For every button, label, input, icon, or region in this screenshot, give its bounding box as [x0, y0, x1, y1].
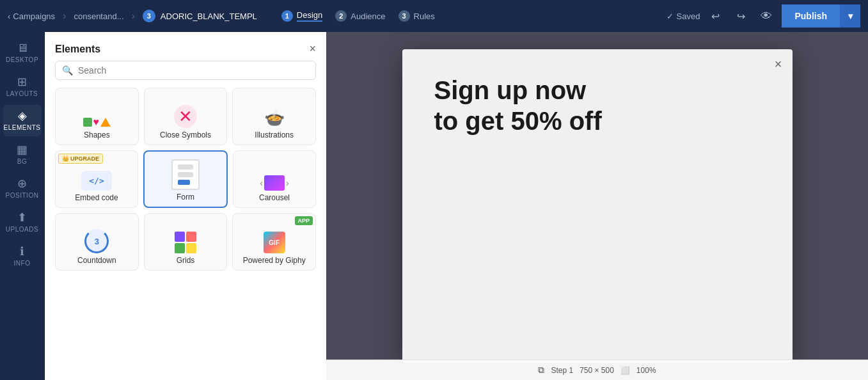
uploads-icon: ⬆ [17, 212, 27, 223]
form-line1 [178, 164, 193, 170]
grids-label: Grids [177, 256, 195, 265]
nav-separator: › [63, 10, 66, 22]
undo-button[interactable]: ↩ [705, 6, 725, 26]
popup-text: Sign up now to get 50% off [434, 75, 602, 136]
left-sidebar: 🖥 Desktop ⊞ Layouts ◈ Elements ▦ BG ⊕ Po… [0, 32, 45, 380]
carousel-icon: ‹ › [260, 175, 288, 191]
form-line2 [178, 172, 193, 177]
preview-button[interactable]: 👁 [756, 6, 777, 26]
panel-title: Elements [55, 44, 100, 55]
countdown-icon: 3 [84, 229, 109, 253]
shape-heart: ♥ [93, 116, 100, 128]
giphy-logo: GIF [264, 232, 285, 253]
grid-cell3 [175, 243, 185, 253]
countdown-circle: 3 [84, 229, 109, 253]
category-card-carousel[interactable]: ‹ › Carousel [233, 150, 316, 208]
search-icon: 🔍 [62, 65, 73, 75]
check-icon: ✓ [667, 12, 674, 21]
publish-label[interactable]: Publish [782, 4, 840, 28]
sidebar-label-position: Position [6, 192, 39, 199]
sidebar-item-uploads[interactable]: ⬆ Uploads [3, 207, 42, 238]
category-card-embed-code[interactable]: 👑 UPGRADE </> Embed code [55, 150, 138, 208]
popup-text-line2: to get 50% off [434, 106, 602, 136]
layouts-icon: ⊞ [17, 76, 27, 88]
sidebar-label-info: Info [14, 260, 31, 267]
category-row-2: 👑 UPGRADE </> Embed code [55, 150, 316, 208]
close-symbol-icon: ✕ [174, 105, 197, 128]
panel-header: Elements × [45, 32, 326, 61]
sidebar-label-layouts: Layouts [6, 90, 38, 97]
saved-label: Saved [677, 12, 700, 21]
step-rules[interactable]: 3 Rules [398, 10, 435, 22]
panel-close-button[interactable]: × [309, 42, 316, 56]
grids-icon [175, 232, 196, 253]
app-badge: APP [295, 216, 313, 225]
elements-panel: Elements × 🔍 ♥ Shapes [45, 32, 326, 380]
canvas-area[interactable]: × Sign up now to get 50% off ⧉ Step 1 75… [326, 32, 868, 380]
category-row-3: 3 Countdown Grids [55, 213, 316, 271]
grid-cell4 [186, 243, 196, 253]
search-bar: 🔍 [55, 61, 316, 80]
category-section-row1: ♥ Shapes ✕ Close Symbols 🍲 [45, 88, 326, 283]
step-label: Step 1 [551, 366, 573, 375]
form-icon [171, 159, 200, 190]
desktop-icon: 🖥 [17, 42, 28, 54]
popup-close-button[interactable]: × [775, 57, 782, 72]
illustrations-label: Illustrations [255, 131, 294, 139]
elements-icon: ◈ [18, 110, 27, 122]
embed-code-label: Embed code [75, 193, 118, 202]
step-design[interactable]: 1 Design [281, 10, 322, 22]
template-dot: 3 [143, 10, 155, 22]
saved-indicator: ✓ Saved [667, 12, 700, 21]
step2-label: Audience [351, 12, 385, 21]
carousel-next-icon: › [286, 178, 289, 188]
category-card-close-symbols[interactable]: ✕ Close Symbols [144, 88, 228, 145]
sidebar-item-bg[interactable]: ▦ BG [3, 139, 42, 170]
sidebar-label-desktop: Desktop [6, 56, 38, 63]
step1-label: Design [297, 10, 322, 22]
category-card-form[interactable]: Form [143, 150, 228, 208]
sidebar-item-desktop[interactable]: 🖥 Desktop [3, 37, 42, 68]
search-input[interactable] [78, 65, 309, 75]
category-card-powered-giphy[interactable]: APP GIF Powered by Giphy [232, 213, 316, 271]
canvas-popup: × Sign up now to get 50% off [402, 49, 793, 363]
breadcrumb: consentand... [74, 12, 123, 21]
step-audience[interactable]: 2 Audience [335, 10, 385, 22]
publish-button[interactable]: Publish ▾ [782, 4, 860, 28]
category-card-grids[interactable]: Grids [144, 213, 228, 271]
countdown-label: Countdown [77, 256, 116, 265]
upgrade-badge: 👑 UPGRADE [58, 154, 103, 164]
step3-label: Rules [414, 12, 435, 21]
powered-giphy-label: Powered by Giphy [243, 256, 306, 265]
sidebar-item-info[interactable]: ℹ Info [3, 241, 42, 272]
redo-button[interactable]: ↪ [730, 6, 751, 26]
dimensions-icon: ⬜ [620, 366, 630, 375]
info-icon: ℹ [20, 246, 24, 257]
grid-cell2 [186, 232, 196, 242]
embed-code-icon: </> [81, 171, 111, 191]
form-btn-line [178, 180, 190, 185]
sidebar-item-position[interactable]: ⊕ Position [3, 173, 42, 204]
sidebar-item-layouts[interactable]: ⊞ Layouts [3, 71, 42, 102]
nav-separator2: › [132, 10, 135, 22]
topnav: ‹ Campaigns › consentand... › 3 ADORIC_B… [0, 0, 868, 32]
main-area: 🖥 Desktop ⊞ Layouts ◈ Elements ▦ BG ⊕ Po… [0, 32, 868, 380]
category-card-shapes[interactable]: ♥ Shapes [55, 88, 139, 145]
sidebar-item-elements[interactable]: ◈ Elements [3, 105, 42, 136]
back-button[interactable]: ‹ Campaigns [8, 12, 55, 21]
step3-num: 3 [398, 10, 410, 22]
shape-square [83, 118, 92, 127]
publish-chevron-icon[interactable]: ▾ [840, 4, 860, 28]
carousel-label: Carousel [259, 193, 290, 202]
sidebar-label-bg: BG [17, 158, 27, 165]
zoom-level: 100% [636, 366, 656, 375]
grid-cell1 [175, 232, 185, 242]
category-row-1: ♥ Shapes ✕ Close Symbols 🍲 [55, 88, 316, 145]
close-x-icon: ✕ [174, 105, 197, 128]
template-name: ADORIC_BLANK_TEMPL [161, 12, 257, 21]
category-card-illustrations[interactable]: 🍲 Illustrations [232, 88, 316, 145]
canvas-statusbar: ⧉ Step 1 750 × 500 ⬜ 100% [326, 360, 868, 380]
category-card-countdown[interactable]: 3 Countdown [55, 213, 139, 271]
shapes-label: Shapes [84, 131, 110, 139]
sidebar-label-elements: Elements [4, 124, 41, 131]
